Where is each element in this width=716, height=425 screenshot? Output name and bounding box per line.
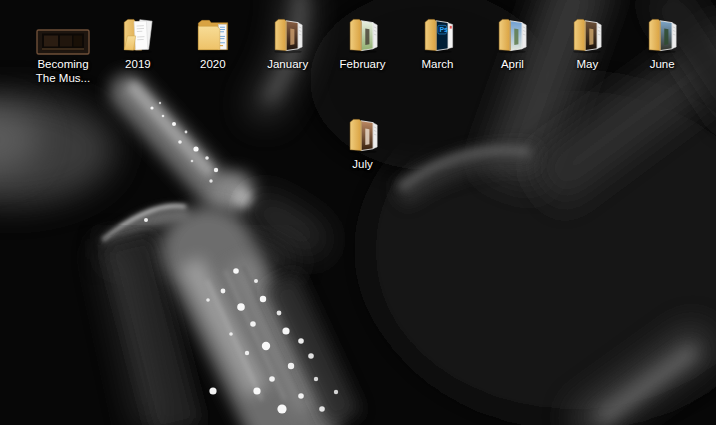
desktop-item-label: July	[352, 158, 372, 172]
desktop-icons: Becoming The Mus... 2019	[0, 0, 716, 425]
desktop-item-march[interactable]: Ps March	[400, 4, 476, 75]
desktop-item-label: January	[267, 58, 308, 72]
windows-desktop: Becoming The Mus... 2019	[0, 0, 716, 425]
desktop-item-label: Becoming The Mus...	[27, 58, 99, 85]
desktop-item-label: March	[422, 58, 454, 72]
folder-closed-document-icon	[191, 7, 235, 57]
desktop-item-july[interactable]: July	[325, 104, 401, 175]
folder-photo-preview-icon	[640, 7, 684, 57]
folder-photo-preview-icon	[341, 107, 385, 157]
folder-photo-preview-icon	[490, 7, 534, 57]
desktop-item-february[interactable]: February	[325, 4, 401, 75]
desktop-item-label: May	[576, 58, 598, 72]
desktop-item-label: February	[340, 58, 386, 72]
folder-photo-preview-icon	[266, 7, 310, 57]
desktop-item-april[interactable]: April	[474, 4, 550, 75]
desktop-item-label: 2020	[200, 58, 226, 72]
folder-photoshop-preview-icon: Ps	[416, 7, 460, 57]
desktop-item-june[interactable]: June	[624, 4, 700, 75]
desktop-item-2020[interactable]: 2020	[175, 4, 251, 75]
desktop-item-label: 2019	[125, 58, 151, 72]
desktop-item-may[interactable]: May	[549, 4, 625, 75]
folder-open-documents-icon	[116, 7, 160, 57]
desktop-item-label: April	[501, 58, 524, 72]
folder-photo-preview-icon	[341, 7, 385, 57]
desktop-item-2019[interactable]: 2019	[100, 4, 176, 75]
video-file-thumbnail-icon	[35, 7, 91, 57]
svg-text:Ps: Ps	[439, 26, 448, 33]
folder-photo-preview-icon	[565, 7, 609, 57]
desktop-item-label: June	[650, 58, 675, 72]
desktop-item-becoming-the-mus[interactable]: Becoming The Mus...	[25, 4, 101, 88]
desktop-item-january[interactable]: January	[250, 4, 326, 75]
